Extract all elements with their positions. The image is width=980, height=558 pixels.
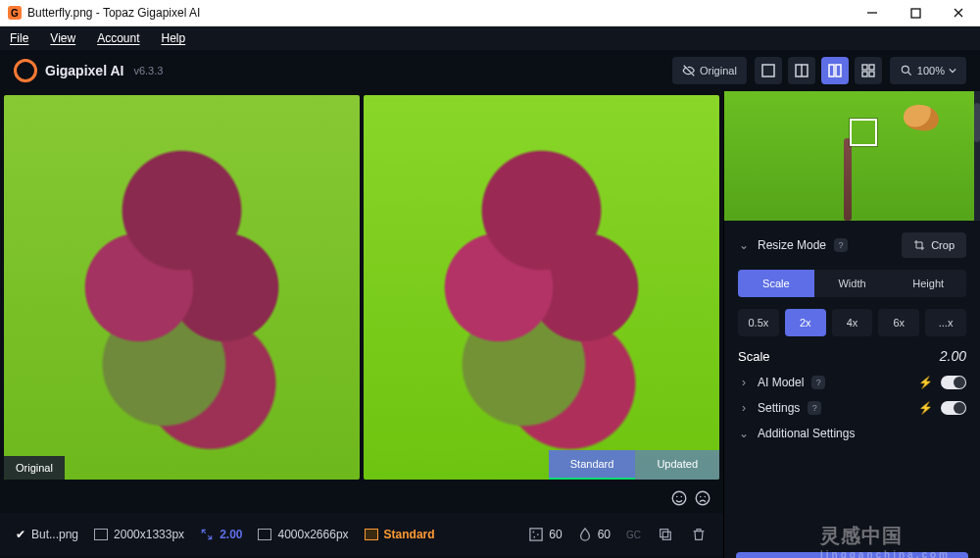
settings-chevron-icon: › [738, 401, 750, 415]
expand-icon [200, 528, 214, 541]
side-scrollbar[interactable] [974, 91, 980, 221]
view-single-button[interactable] [755, 57, 782, 84]
check-icon: ✔ [16, 528, 25, 541]
trash-icon [691, 527, 707, 542]
app-header: Gigapixel AI v6.3.3 Original 100% [0, 50, 980, 91]
settings-help-icon[interactable]: ? [808, 401, 821, 415]
close-icon [953, 7, 964, 19]
svg-rect-9 [862, 65, 867, 70]
navigator-viewport[interactable] [850, 119, 877, 146]
svg-rect-21 [530, 529, 542, 540]
frown-icon [694, 489, 711, 507]
model-icon [365, 529, 378, 540]
svg-point-19 [700, 496, 702, 498]
window-maximize-button[interactable] [894, 0, 937, 26]
ai-model-label: AI Model [758, 376, 804, 389]
gc-label: GC [626, 530, 641, 540]
svg-rect-26 [662, 532, 670, 539]
menu-help[interactable]: Help [162, 31, 186, 45]
ai-model-toggle[interactable] [941, 376, 966, 389]
zoom-value: 100% [917, 65, 945, 76]
chevron-down-icon [949, 67, 956, 75]
smile-icon [670, 489, 688, 507]
footer-bar: ✔ But...png 2000x1333px 2.00 4000x2666px… [0, 513, 723, 556]
settings-toggle[interactable] [941, 401, 966, 415]
file-chip[interactable]: ✔ But...png [16, 528, 78, 541]
settings-label: Settings [758, 401, 800, 415]
navigator-thumbnail[interactable] [724, 91, 980, 221]
mode-height[interactable]: Height [890, 270, 966, 297]
bolt-icon: ⚡ [918, 376, 933, 389]
blur-icon [578, 528, 592, 541]
crop-button[interactable]: Crop [902, 232, 966, 258]
preview-original-pane[interactable]: Original [4, 95, 360, 480]
mode-scale[interactable]: Scale [738, 270, 814, 297]
crop-icon [913, 239, 925, 251]
mode-width[interactable]: Width [814, 270, 891, 297]
preset-4x[interactable]: 4x [832, 309, 873, 336]
menu-view[interactable]: View [50, 31, 75, 45]
scrollbar-thumb[interactable] [974, 103, 980, 142]
menubar: File View Account Help [0, 26, 980, 50]
svg-rect-1 [911, 9, 920, 18]
original-image [4, 95, 360, 480]
ai-model-section[interactable]: › AI Model ? ⚡ [738, 376, 966, 389]
param2-chip[interactable]: 60 [578, 528, 611, 541]
feedback-frown-button[interactable] [694, 489, 711, 507]
scale-label: Scale [738, 349, 770, 364]
additional-settings-section[interactable]: ⌄ Additional Settings [738, 427, 966, 440]
overlay-tabs: Standard Updated [549, 450, 719, 480]
preset-05x[interactable]: 0.5x [738, 309, 779, 336]
preview-result-pane[interactable]: Standard Updated [364, 95, 719, 480]
resize-mode-label: Resize Mode [758, 238, 826, 252]
resize-chevron-icon[interactable]: ⌄ [738, 238, 750, 252]
clone-button[interactable] [657, 526, 674, 543]
window-minimize-button[interactable] [851, 0, 894, 26]
pane-original-label: Original [4, 456, 65, 480]
bolt-icon-2: ⚡ [918, 401, 933, 415]
resize-mode-segment: Scale Width Height [738, 270, 966, 297]
toggle-original-button[interactable]: Original [672, 57, 747, 84]
aimodel-chevron-icon: › [738, 376, 750, 389]
scale-chip[interactable]: 2.00 [200, 528, 242, 541]
preset-6x[interactable]: 6x [878, 309, 919, 336]
window-close-button[interactable] [937, 0, 980, 26]
svg-point-22 [533, 532, 535, 533]
menu-file[interactable]: File [10, 31, 28, 45]
dimensions-out-icon [258, 529, 271, 540]
app-logo-icon: G [8, 6, 22, 20]
resize-help-icon[interactable]: ? [834, 238, 848, 252]
delete-button[interactable] [690, 526, 708, 543]
clone-icon [658, 527, 673, 542]
tab-standard[interactable]: Standard [549, 450, 636, 480]
save-image-button[interactable]: Save Image [736, 552, 968, 558]
source-dimensions: 2000x1333px [94, 528, 184, 541]
preview-area[interactable]: Original Standard Updated [0, 91, 723, 483]
svg-point-23 [537, 533, 539, 535]
app-version: v6.3.3 [133, 65, 163, 76]
param2-value: 60 [598, 528, 611, 541]
preset-2x[interactable]: 2x [785, 309, 826, 336]
scale-field[interactable]: 2.00 [940, 348, 966, 364]
preset-custom[interactable]: ...x [925, 309, 966, 336]
svg-point-17 [681, 496, 683, 498]
tab-updated[interactable]: Updated [635, 450, 719, 480]
eye-off-icon [682, 64, 696, 77]
navigator-detail [844, 138, 852, 221]
navigator-image [724, 91, 980, 221]
original-label: Original [700, 65, 737, 76]
model-chip[interactable]: Standard [365, 528, 435, 541]
menu-account[interactable]: Account [97, 31, 139, 45]
feedback-smile-button[interactable] [670, 489, 688, 507]
view-split-button[interactable] [788, 57, 815, 84]
view-grid-button[interactable] [855, 57, 882, 84]
view-sidebyside-icon [828, 64, 842, 77]
svg-rect-25 [661, 530, 668, 537]
settings-section[interactable]: › Settings ? ⚡ [738, 401, 966, 415]
view-sidebyside-button[interactable] [821, 57, 849, 84]
svg-rect-4 [762, 65, 774, 76]
aimodel-help-icon[interactable]: ? [811, 376, 825, 389]
zoom-dropdown[interactable]: 100% [890, 57, 966, 84]
svg-rect-8 [836, 65, 841, 76]
param1-chip[interactable]: 60 [529, 528, 562, 541]
